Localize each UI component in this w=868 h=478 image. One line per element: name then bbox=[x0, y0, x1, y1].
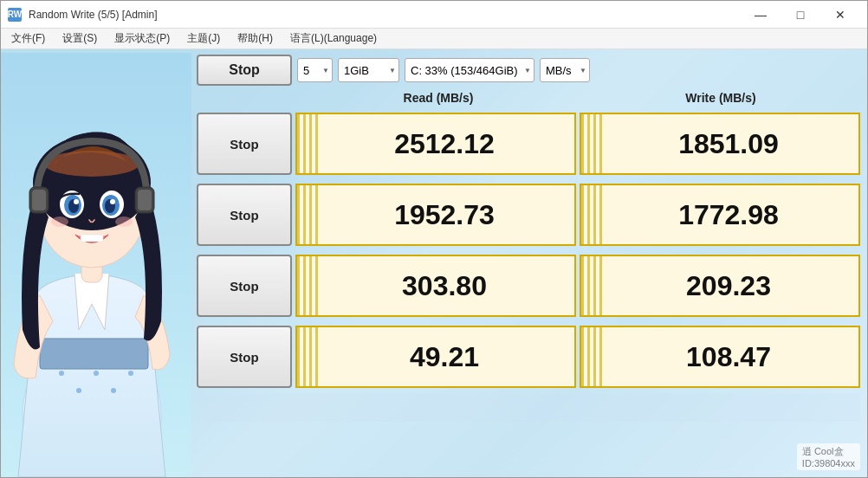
write-value-4: 108.47 bbox=[669, 341, 771, 373]
main-stop-button[interactable]: Stop bbox=[197, 55, 292, 86]
svg-rect-20 bbox=[81, 235, 103, 242]
svg-point-21 bbox=[51, 216, 68, 227]
read-value-3: 303.80 bbox=[385, 270, 487, 302]
write-header: Write (MB/s) bbox=[581, 89, 860, 107]
window-controls: — □ ✕ bbox=[741, 1, 860, 29]
menu-settings[interactable]: 设置(S) bbox=[55, 29, 104, 48]
count-select-wrapper[interactable]: 5 1 3 10 bbox=[297, 58, 333, 82]
bench-row-1: Stop 2512.12 1851.09 bbox=[197, 110, 860, 178]
drive-select[interactable]: C: 33% (153/464GiB) bbox=[405, 58, 534, 82]
stop-button-1[interactable]: Stop bbox=[197, 113, 292, 175]
read-header: Read (MB/s) bbox=[299, 89, 578, 107]
write-value-1: 1851.09 bbox=[661, 128, 779, 160]
title-bar: RW Random Write (5/5) [Admin] — □ ✕ bbox=[1, 1, 867, 29]
write-result-1: 1851.09 bbox=[580, 113, 860, 175]
svg-point-19 bbox=[110, 199, 115, 204]
menu-language[interactable]: 语言(L)(Language) bbox=[283, 29, 384, 48]
svg-rect-2 bbox=[40, 339, 148, 369]
bench-row-4: Stop 49.21 108.47 bbox=[197, 323, 860, 391]
size-select[interactable]: 1GiB 512MiB 2GiB 4GiB bbox=[338, 58, 399, 82]
menu-file[interactable]: 文件(F) bbox=[4, 29, 52, 48]
write-value-2: 1772.98 bbox=[661, 199, 779, 231]
drive-select-wrapper[interactable]: C: 33% (153/464GiB) bbox=[405, 58, 534, 82]
stop-button-4[interactable]: Stop bbox=[197, 326, 292, 388]
write-value-3: 209.23 bbox=[669, 270, 771, 302]
svg-point-22 bbox=[115, 216, 133, 227]
size-select-wrapper[interactable]: 1GiB 512MiB 2GiB 4GiB bbox=[338, 58, 399, 82]
benchmark-panel: Stop 5 1 3 10 1GiB 512MiB 2GiB 4GiB bbox=[191, 49, 867, 477]
read-value-1: 2512.12 bbox=[377, 128, 495, 160]
count-select[interactable]: 5 1 3 10 bbox=[297, 58, 333, 82]
window-title: Random Write (5/5) [Admin] bbox=[29, 9, 158, 21]
read-value-2: 1952.73 bbox=[377, 199, 495, 231]
svg-point-5 bbox=[94, 371, 99, 376]
bottom-spacer bbox=[197, 394, 860, 422]
title-bar-left: RW Random Write (5/5) [Admin] bbox=[8, 8, 158, 22]
menu-display[interactable]: 显示状态(P) bbox=[107, 29, 177, 48]
unit-select[interactable]: MB/s GB/s IOPS bbox=[540, 58, 590, 82]
character-background bbox=[1, 49, 191, 477]
main-window: RW Random Write (5/5) [Admin] — □ ✕ 文件(F… bbox=[0, 0, 868, 478]
svg-point-18 bbox=[74, 199, 79, 204]
menu-help[interactable]: 帮助(H) bbox=[230, 29, 280, 48]
svg-rect-26 bbox=[138, 190, 152, 210]
svg-point-3 bbox=[59, 371, 64, 376]
read-result-4: 49.21 bbox=[295, 326, 576, 388]
character-area bbox=[1, 49, 191, 477]
stop-button-2[interactable]: Stop bbox=[197, 184, 292, 246]
watermark: 逍 Cool盒 ID:39804xxx bbox=[797, 443, 860, 470]
svg-rect-25 bbox=[32, 190, 46, 210]
close-button[interactable]: ✕ bbox=[820, 1, 860, 29]
svg-point-6 bbox=[111, 388, 116, 393]
content-area: Stop 5 1 3 10 1GiB 512MiB 2GiB 4GiB bbox=[1, 49, 867, 477]
read-value-4: 49.21 bbox=[392, 341, 479, 373]
bench-row-3: Stop 303.80 209.23 bbox=[197, 252, 860, 320]
maximize-button[interactable]: □ bbox=[781, 1, 820, 29]
read-result-1: 2512.12 bbox=[295, 113, 576, 175]
write-result-3: 209.23 bbox=[580, 255, 860, 317]
stop-button-3[interactable]: Stop bbox=[197, 255, 292, 317]
anime-character bbox=[1, 53, 191, 477]
app-icon: RW bbox=[8, 8, 22, 22]
watermark-site: 逍 Cool盒 bbox=[802, 446, 844, 456]
svg-point-7 bbox=[128, 371, 133, 376]
write-result-2: 1772.98 bbox=[580, 184, 860, 246]
write-result-4: 108.47 bbox=[580, 326, 860, 388]
read-result-2: 1952.73 bbox=[295, 184, 576, 246]
watermark-id: ID:39804xxx bbox=[802, 458, 855, 468]
svg-point-11 bbox=[44, 151, 139, 177]
controls-row: Stop 5 1 3 10 1GiB 512MiB 2GiB 4GiB bbox=[197, 55, 860, 86]
unit-select-wrapper[interactable]: MB/s GB/s IOPS bbox=[540, 58, 590, 82]
bench-row-2: Stop 1952.73 1772.98 bbox=[197, 181, 860, 249]
column-headers: Read (MB/s) Write (MB/s) bbox=[197, 89, 860, 107]
menu-bar: 文件(F) 设置(S) 显示状态(P) 主题(J) 帮助(H) 语言(L)(La… bbox=[1, 29, 867, 49]
minimize-button[interactable]: — bbox=[741, 1, 781, 29]
menu-theme[interactable]: 主题(J) bbox=[180, 29, 227, 48]
read-result-3: 303.80 bbox=[295, 255, 576, 317]
svg-point-4 bbox=[76, 388, 81, 393]
